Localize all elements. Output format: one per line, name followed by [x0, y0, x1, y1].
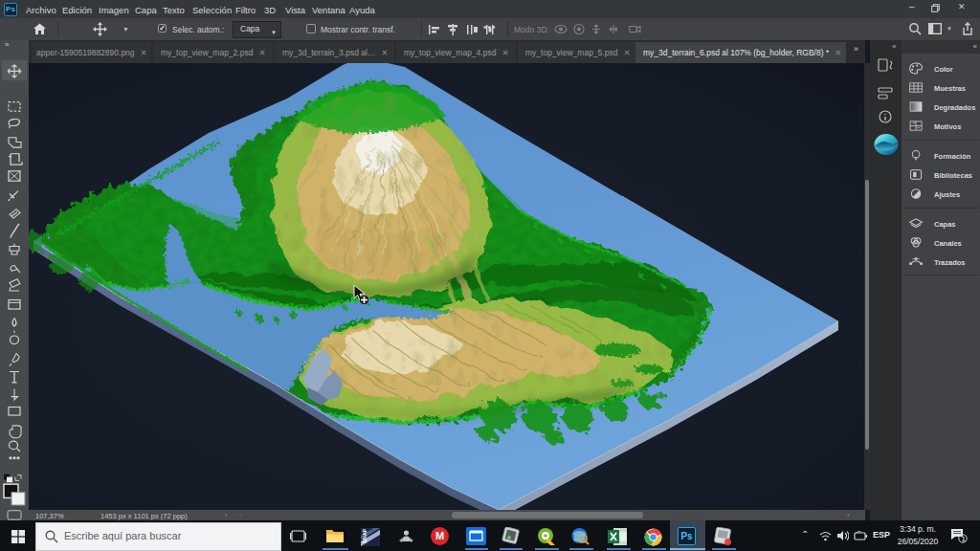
svg-text:1: 1 [962, 535, 967, 543]
svg-text:SNAP: SNAP [362, 528, 368, 543]
